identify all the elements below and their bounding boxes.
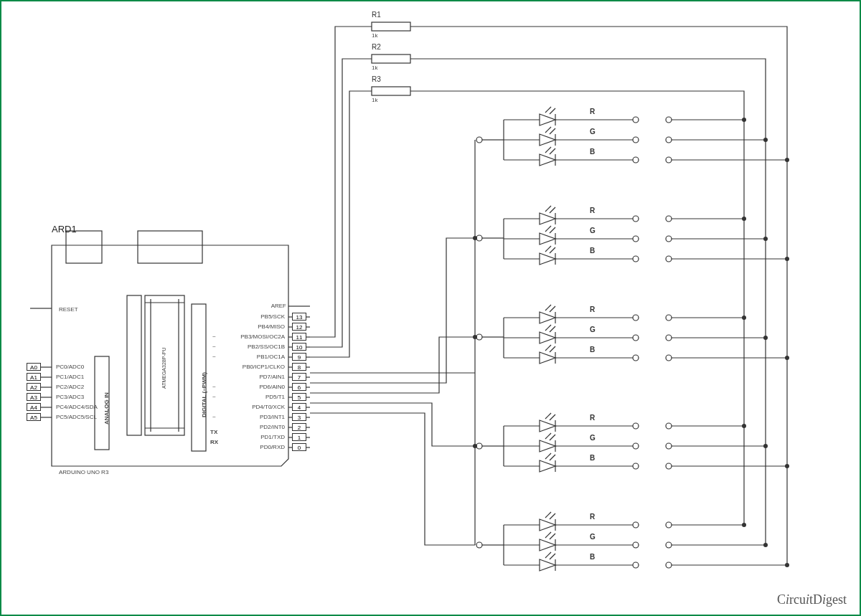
- svg-rect-33: [372, 55, 410, 63]
- chip-label: ATMEGA328P-PU: [161, 348, 166, 389]
- svg-point-36: [476, 137, 482, 143]
- tilde-6: ~: [212, 384, 216, 390]
- digital-name-5: PD5/T1: [222, 394, 285, 400]
- digital-name-10: PB2/SS/OC1B: [222, 343, 285, 350]
- aref-label: AREF: [268, 303, 286, 309]
- svg-point-114: [633, 335, 639, 341]
- digital-name-1: PD1/TXD: [222, 434, 285, 440]
- svg-point-97: [476, 334, 482, 340]
- svg-line-121: [550, 346, 555, 352]
- analog-pin-A4: A4: [27, 403, 41, 411]
- digital-pin-1: 1: [292, 433, 306, 441]
- led5-B: B: [590, 553, 595, 561]
- digital-pin-8: 8: [292, 363, 306, 371]
- svg-line-182: [545, 552, 551, 558]
- svg-point-176: [633, 542, 639, 548]
- svg-line-51: [550, 128, 555, 134]
- led1-B: B: [590, 148, 595, 156]
- tx-label: TX: [210, 429, 217, 435]
- svg-point-145: [633, 443, 639, 449]
- svg-line-173: [545, 532, 551, 538]
- svg-line-112: [550, 326, 555, 332]
- digital-pin-10: 10: [292, 343, 306, 351]
- svg-point-96: [473, 236, 477, 240]
- res-val-R1: 1k: [372, 32, 377, 39]
- led3-R: R: [590, 305, 595, 313]
- svg-point-123: [633, 355, 639, 361]
- tilde-3: ~: [212, 414, 216, 420]
- svg-point-167: [633, 522, 639, 528]
- analog-int-A4: PC4/ADC4/SDA: [56, 404, 98, 410]
- tilde-10: ~: [212, 343, 216, 350]
- svg-line-71: [545, 206, 551, 212]
- svg-point-117: [763, 336, 768, 340]
- svg-rect-2: [127, 295, 141, 435]
- res-ref-R1: R1: [372, 11, 381, 19]
- svg-point-108: [742, 316, 746, 320]
- svg-point-186: [666, 562, 672, 568]
- res-ref-R3: R3: [372, 75, 381, 83]
- svg-point-105: [633, 315, 639, 321]
- svg-line-120: [545, 345, 551, 351]
- reset-label: RESET: [59, 306, 78, 313]
- digital-name-8: PB0/ICP1/CLKO: [222, 364, 285, 370]
- digital-pin-11: 11: [292, 333, 306, 341]
- digital-pin-7: 7: [292, 373, 306, 381]
- svg-rect-34: [372, 87, 410, 95]
- svg-point-128: [476, 443, 482, 449]
- svg-line-134: [550, 414, 555, 420]
- svg-line-89: [545, 246, 551, 252]
- analog-int-A5: PC5/ADC5/SCL: [56, 414, 97, 420]
- svg-line-152: [550, 455, 555, 460]
- svg-point-154: [633, 463, 639, 469]
- led4-B: B: [590, 454, 595, 462]
- svg-line-60: [550, 148, 555, 154]
- svg-point-170: [742, 523, 746, 527]
- svg-point-45: [666, 117, 672, 123]
- svg-line-151: [545, 453, 551, 459]
- svg-point-62: [633, 157, 639, 163]
- rx-label: RX: [210, 439, 218, 445]
- svg-point-74: [633, 216, 639, 222]
- svg-point-63: [666, 157, 672, 163]
- tilde-9: ~: [212, 354, 216, 360]
- svg-point-115: [666, 335, 672, 341]
- svg-line-174: [550, 534, 555, 539]
- analog-pin-A2: A2: [27, 383, 41, 391]
- svg-point-157: [785, 464, 789, 468]
- digital-name-2: PD2/INT0: [222, 424, 285, 430]
- svg-point-185: [633, 562, 639, 568]
- svg-point-179: [763, 543, 768, 547]
- led5-R: R: [590, 513, 595, 521]
- svg-line-111: [545, 325, 551, 331]
- svg-point-53: [633, 137, 639, 143]
- digital-name-11: PB3/MOSI/OC2A: [222, 333, 285, 340]
- svg-line-90: [550, 247, 555, 253]
- svg-line-42: [550, 108, 555, 114]
- led1-G: G: [590, 128, 596, 136]
- digital-pin-3: 3: [292, 413, 306, 421]
- res-ref-R2: R2: [372, 43, 381, 51]
- digital-name-0: PD0/RXD: [222, 444, 285, 450]
- analog-pin-A5: A5: [27, 413, 41, 421]
- res-val-R2: 1k: [372, 65, 377, 71]
- svg-point-146: [666, 443, 672, 449]
- branding-logo: CircuitDigest: [777, 592, 847, 607]
- svg-point-65: [785, 158, 789, 162]
- digital-name-13: PB5/SCK: [222, 313, 285, 320]
- led4-G: G: [590, 434, 596, 442]
- led2-G: G: [590, 227, 596, 234]
- svg-line-41: [545, 107, 551, 113]
- svg-point-44: [633, 117, 639, 123]
- svg-line-103: [550, 306, 555, 312]
- analog-pin-A1: A1: [27, 373, 41, 381]
- svg-point-83: [633, 236, 639, 242]
- analog-pin-A3: A3: [27, 393, 41, 401]
- led2-B: B: [590, 247, 595, 255]
- svg-point-66: [476, 235, 482, 241]
- arduino-ref: ARD1: [52, 224, 77, 234]
- svg-point-188: [785, 563, 789, 567]
- digital-pin-13: 13: [292, 313, 306, 321]
- svg-point-124: [666, 355, 672, 361]
- led5-G: G: [590, 533, 596, 541]
